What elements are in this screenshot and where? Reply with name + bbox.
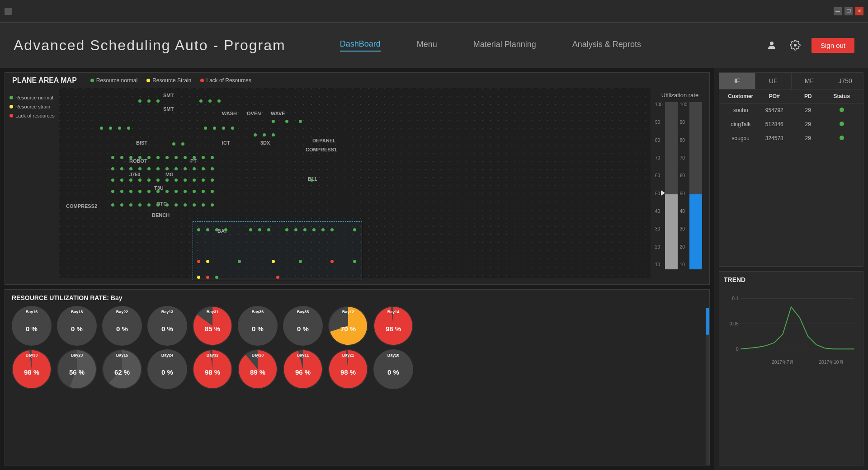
tab-menu[interactable]: Menu xyxy=(417,40,437,51)
dot xyxy=(202,179,205,182)
utilization-title: Utilization rate xyxy=(661,92,698,99)
minimize-button[interactable]: — xyxy=(834,7,842,15)
dot xyxy=(138,156,142,159)
bay-label: Bay18 xyxy=(71,310,83,314)
dot xyxy=(120,167,123,170)
customer-0: souhu xyxy=(724,107,758,113)
bay-value: 98 % xyxy=(386,325,401,333)
bay-value: 98 % xyxy=(205,368,220,376)
bay-circle-bay13: Bay130 % xyxy=(147,306,187,346)
bay-label: Bay14 xyxy=(387,310,400,314)
dot xyxy=(303,228,307,231)
status-green-2 xyxy=(840,136,844,140)
dot xyxy=(120,179,123,182)
dot xyxy=(147,179,151,182)
dot xyxy=(197,228,200,231)
prod-tab-uf[interactable]: UF xyxy=(755,73,792,89)
dot xyxy=(111,156,114,159)
area-robot: ROBOT xyxy=(129,158,147,164)
dot xyxy=(199,99,203,103)
area-j750: J750 xyxy=(129,172,140,177)
bay-label: Bay32 xyxy=(207,353,219,357)
svg-text:2017年7月: 2017年7月 xyxy=(772,360,793,365)
bay-value: 0 % xyxy=(71,325,83,333)
trend-title: TREND xyxy=(724,276,859,283)
bay-value: 0 % xyxy=(161,368,173,376)
area-depanel: DEPANEL xyxy=(312,138,336,143)
production-table: IF UF MF J750 Customer PO# PD Status sou… xyxy=(719,72,863,267)
dot xyxy=(238,260,241,263)
status-green-0 xyxy=(840,108,844,112)
dot xyxy=(138,203,142,207)
bay-label: Bay24 xyxy=(161,353,174,357)
settings-icon[interactable] xyxy=(788,38,802,52)
dot xyxy=(120,203,123,207)
bay-circle-bay10: Bay100 % xyxy=(373,349,413,389)
bay-circle-bay16: Bay160 % xyxy=(12,306,52,346)
dot xyxy=(184,167,187,170)
util-bar-1-fill xyxy=(665,194,678,270)
dot xyxy=(263,133,266,136)
prod-tab-mf[interactable]: MF xyxy=(792,73,828,89)
dot xyxy=(267,228,270,231)
bay-value: 98 % xyxy=(340,368,356,376)
utilization-section: Utilization rate 100 90 80 70 60 50 40 3… xyxy=(651,88,709,278)
title-bar-controls[interactable]: — ❐ ✕ xyxy=(834,7,863,15)
bay-value: 62 % xyxy=(114,368,130,376)
dot xyxy=(193,156,196,159)
restore-button[interactable]: ❐ xyxy=(844,7,853,15)
status-green-1 xyxy=(840,122,844,126)
dot xyxy=(299,120,302,123)
bay-circle-bay22: Bay220 % xyxy=(102,306,142,346)
dot xyxy=(193,167,196,170)
prod-tab-j750[interactable]: J750 xyxy=(827,73,863,89)
col-customer: Customer xyxy=(724,93,758,99)
legend-normal-dot xyxy=(90,79,94,82)
bay-circle-bay24: Bay240 % xyxy=(147,349,187,389)
dot xyxy=(193,179,196,182)
dot xyxy=(129,190,132,193)
bay-label: Bay21 xyxy=(342,353,354,357)
bay-value: 85 % xyxy=(205,325,220,333)
bay-circle-bay21: Bay2198 % xyxy=(328,349,368,389)
dot xyxy=(100,127,103,130)
dot xyxy=(109,127,112,130)
side-legend-strain: Resource strain xyxy=(9,104,55,109)
bay-value: 0 % xyxy=(26,325,38,333)
bay-value: 70 % xyxy=(340,325,356,333)
area-3dx: 3DX xyxy=(260,140,270,146)
user-icon[interactable] xyxy=(764,38,779,52)
dot-red xyxy=(206,276,209,279)
dot xyxy=(204,127,207,130)
bay-label: Bay10 xyxy=(387,353,400,357)
tab-analysis[interactable]: Analysis & Reprots xyxy=(572,40,641,51)
trend-chart: 0.1 0.05 0 2017年7月 2017年10月 xyxy=(724,287,859,368)
bay-value: 56 % xyxy=(69,368,85,376)
scroll-indicator[interactable] xyxy=(706,308,709,465)
resource-section: RESOURCE UTILIZATION RATE: Bay Bay160 %B… xyxy=(5,289,710,465)
tab-dashboard[interactable]: DashBoard xyxy=(340,39,381,52)
side-dot-lack xyxy=(9,114,13,118)
dot xyxy=(138,99,142,103)
dot xyxy=(249,228,252,231)
dot xyxy=(202,167,205,170)
area-ict: ICT xyxy=(222,140,230,146)
dot xyxy=(156,190,160,193)
dot xyxy=(193,203,196,207)
col-status: Status xyxy=(825,93,859,99)
bay-label: Bay13 xyxy=(161,310,174,314)
dot xyxy=(147,190,151,193)
side-dot-strain xyxy=(9,105,13,108)
dot-yellow xyxy=(206,260,209,263)
dot xyxy=(156,203,160,207)
bay-label: Bay22 xyxy=(116,310,128,314)
map-header: PLANE AREA MAP Resource normal Resource … xyxy=(5,73,709,88)
tab-material[interactable]: Material Planning xyxy=(473,40,536,51)
dot xyxy=(147,167,151,170)
prod-tab-if[interactable]: IF xyxy=(719,73,755,89)
close-button[interactable]: ✕ xyxy=(855,7,863,15)
bay-label: Bay16 xyxy=(26,310,38,314)
dot xyxy=(353,228,356,231)
bay-circle-bay33: Bay3398 % xyxy=(12,349,52,389)
sign-out-button[interactable]: Sign out xyxy=(811,38,854,53)
